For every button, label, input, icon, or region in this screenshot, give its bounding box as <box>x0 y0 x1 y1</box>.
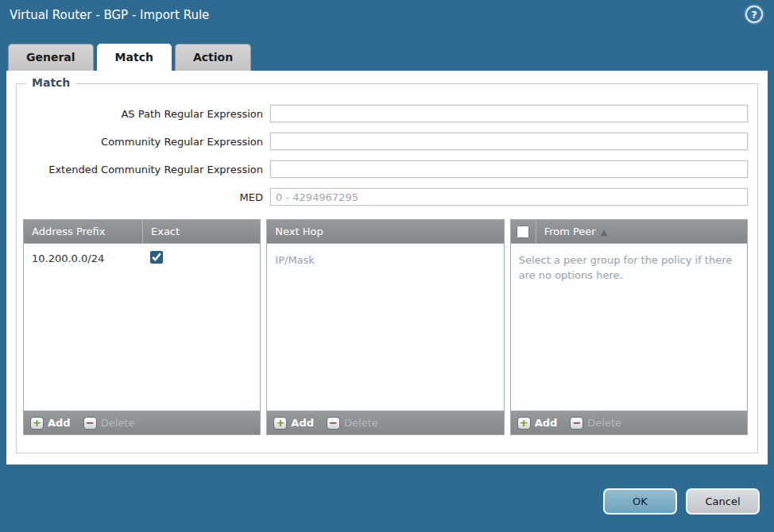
minus-icon: − <box>570 417 583 430</box>
as-path-input[interactable] <box>270 105 748 122</box>
exact-checkbox[interactable] <box>150 251 163 264</box>
address-prefix-column-header: Address Prefix <box>24 226 142 237</box>
select-all-checkbox[interactable] <box>517 226 529 238</box>
from-peer-body: Select a peer group for the policy if th… <box>511 244 747 411</box>
delete-from-peer-button[interactable]: − Delete <box>570 417 621 430</box>
tab-action[interactable]: Action <box>175 44 251 71</box>
next-hop-body: IP/Mask <box>267 244 503 411</box>
next-hop-placeholder: IP/Mask <box>267 244 503 278</box>
ok-button[interactable]: OK <box>603 488 677 515</box>
delete-label: Delete <box>344 417 378 429</box>
form-row-med: MED <box>20 188 748 206</box>
tab-bar: General Match Action <box>8 44 251 71</box>
match-fieldset: Match AS Path Regular Expression Communi… <box>16 83 758 453</box>
address-prefix-panel: Address Prefix Exact 10.200.0.0/24 + <box>23 219 261 435</box>
add-label: Add <box>535 417 558 429</box>
from-peer-empty-text: Select a peer group for the policy if th… <box>511 244 747 293</box>
tab-match[interactable]: Match <box>97 44 172 71</box>
med-input[interactable] <box>270 188 748 206</box>
tab-general[interactable]: General <box>8 44 94 71</box>
delete-address-prefix-button[interactable]: − Delete <box>83 417 135 430</box>
match-panels: Address Prefix Exact 10.200.0.0/24 + <box>23 219 748 435</box>
address-prefix-body: 10.200.0.0/24 <box>24 244 260 411</box>
add-label: Add <box>291 417 314 429</box>
dialog-footer: OK Cancel <box>603 488 760 515</box>
select-all-cell <box>511 226 536 238</box>
add-next-hop-button[interactable]: + Add <box>273 417 314 430</box>
community-label: Community Regular Expression <box>20 136 270 148</box>
minus-icon: − <box>83 417 97 430</box>
plus-icon: + <box>517 417 531 430</box>
form-row-community: Community Regular Expression <box>20 133 748 150</box>
next-hop-column-header: Next Hop <box>267 226 331 237</box>
match-tab-content: Match AS Path Regular Expression Communi… <box>6 71 768 465</box>
next-hop-footer: + Add − Delete <box>267 411 503 434</box>
cancel-button[interactable]: Cancel <box>686 488 760 515</box>
exact-cell <box>143 251 163 266</box>
sort-ascending-icon: ▲ <box>601 227 607 237</box>
plus-icon: + <box>273 417 287 430</box>
minus-icon: − <box>327 417 340 430</box>
extended-community-label: Extended Community Regular Expression <box>20 164 270 175</box>
dialog-title: Virtual Router - BGP - Import Rule <box>0 0 774 30</box>
delete-label: Delete <box>587 417 621 429</box>
next-hop-panel: Next Hop IP/Mask + Add − Delete <box>266 219 504 435</box>
from-peer-column-label: From Peer <box>544 226 596 237</box>
next-hop-header: Next Hop <box>267 220 503 244</box>
exact-column-header: Exact <box>143 226 188 237</box>
form-row-extended-community: Extended Community Regular Expression <box>20 160 748 178</box>
add-address-prefix-button[interactable]: + Add <box>30 417 71 430</box>
address-prefix-cell[interactable]: 10.200.0.0/24 <box>24 253 143 264</box>
match-form: AS Path Regular Expression Community Reg… <box>17 84 757 206</box>
match-fieldset-legend: Match <box>26 76 75 89</box>
delete-label: Delete <box>101 417 135 429</box>
form-row-as-path: AS Path Regular Expression <box>20 105 748 122</box>
table-row[interactable]: 10.200.0.0/24 <box>24 244 260 266</box>
from-peer-footer: + Add − Delete <box>511 411 747 434</box>
address-prefix-footer: + Add − Delete <box>24 411 260 434</box>
add-from-peer-button[interactable]: + Add <box>517 417 558 430</box>
help-icon[interactable]: ? <box>745 6 763 23</box>
plus-icon: + <box>30 417 44 430</box>
extended-community-input[interactable] <box>270 160 748 178</box>
from-peer-column-header[interactable]: From Peer▲ <box>536 226 616 237</box>
as-path-label: AS Path Regular Expression <box>20 108 270 120</box>
delete-next-hop-button[interactable]: − Delete <box>327 417 378 430</box>
med-label: MED <box>20 191 270 203</box>
address-prefix-header: Address Prefix Exact <box>24 220 260 244</box>
from-peer-panel: From Peer▲ Select a peer group for the p… <box>510 219 748 435</box>
from-peer-header: From Peer▲ <box>511 220 747 244</box>
community-input[interactable] <box>270 133 748 150</box>
add-label: Add <box>48 417 71 429</box>
